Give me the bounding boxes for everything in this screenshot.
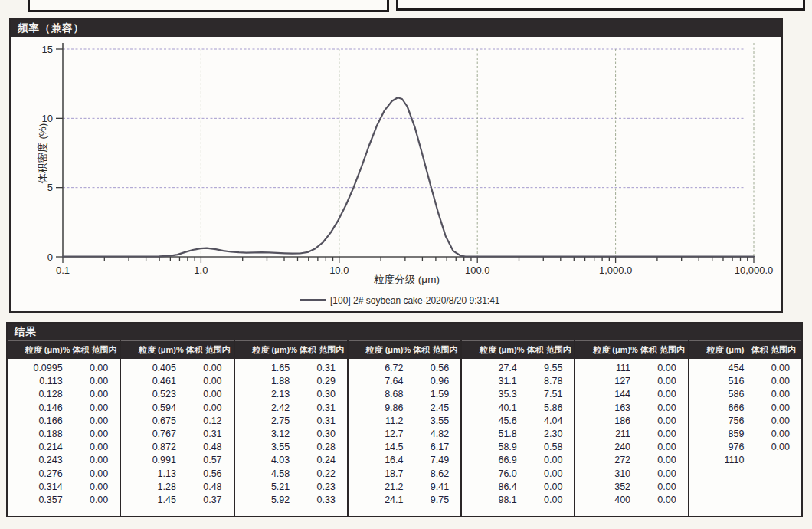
pct-value: 0.00 xyxy=(67,494,120,507)
size-value: 1.45 xyxy=(121,494,181,507)
size-column-header: 粒度 (μm) xyxy=(689,344,745,356)
table-row: 1.130.56 xyxy=(121,468,233,481)
pct-value: 0.00 xyxy=(67,388,120,401)
top-right-cropped-box xyxy=(396,0,805,11)
result-group-body: 0.09950.000.1130.000.1280.000.1460.000.1… xyxy=(8,359,120,516)
size-value: 6.72 xyxy=(349,362,408,375)
size-value: 1.13 xyxy=(121,468,181,481)
size-value: 2.13 xyxy=(235,388,295,401)
pct-value: 0.00 xyxy=(67,428,120,441)
size-column-header: 粒度 (μm) xyxy=(349,344,404,356)
table-row: 98.10.00 xyxy=(462,494,574,507)
table-row: 0.7670.31 xyxy=(121,428,233,441)
table-row: 0.3570.00 xyxy=(8,494,120,507)
result-group-header: 粒度 (μm)% 体积 范围内 xyxy=(235,340,347,359)
pct-value: 0.33 xyxy=(294,494,347,507)
pct-value: 0.00 xyxy=(748,441,801,454)
x-tick-label: 10.0 xyxy=(329,264,349,276)
table-row: 16.47.49 xyxy=(349,454,460,467)
pct-value: 4.04 xyxy=(522,415,575,428)
frequency-curve xyxy=(63,97,754,256)
table-row: 0.1460.00 xyxy=(8,402,120,415)
size-value: 272 xyxy=(575,454,635,467)
size-value: 12.7 xyxy=(349,428,408,441)
pct-value: 0.00 xyxy=(635,481,688,494)
size-value: 0.128 xyxy=(8,388,67,401)
pct-value: 0.30 xyxy=(294,428,347,441)
table-row: 3520.00 xyxy=(575,481,687,494)
pct-column-header: % 体积 范围内 xyxy=(517,344,577,356)
table-row: 1630.00 xyxy=(575,402,687,415)
result-group-body: 1.650.311.880.292.130.302.420.312.750.31… xyxy=(235,359,347,516)
size-value: 211 xyxy=(575,428,635,441)
x-tick-label: 10,000.0 xyxy=(735,264,774,276)
size-value: 2.42 xyxy=(235,402,295,415)
table-row: 4.030.24 xyxy=(235,454,347,467)
size-value: 8.68 xyxy=(349,388,408,401)
pct-value: 0.00 xyxy=(67,481,120,494)
size-value: 0.405 xyxy=(121,362,181,375)
size-value: 21.2 xyxy=(349,481,408,494)
size-value: 0.166 xyxy=(8,415,67,428)
result-group-header: 粒度 (μm)% 体积 范围内 xyxy=(575,340,687,359)
result-group-header: 粒度 (μm)% 体积 范围内 xyxy=(8,340,120,359)
table-row: 4000.00 xyxy=(575,494,687,507)
size-value: 5.92 xyxy=(235,494,295,507)
results-panel: 结果 粒度 (μm)% 体积 范围内0.09950.000.1130.000.1… xyxy=(6,322,803,518)
table-row: 1.280.48 xyxy=(121,481,233,494)
size-value: 51.8 xyxy=(462,428,522,441)
size-value: 127 xyxy=(575,375,635,388)
size-column-header: 粒度 (μm) xyxy=(575,344,630,356)
size-value: 11.2 xyxy=(349,415,408,428)
size-column-header: 粒度 (μm) xyxy=(462,344,517,356)
size-value: 14.5 xyxy=(349,441,408,454)
table-row: 0.4610.00 xyxy=(121,375,233,388)
size-value: 4.03 xyxy=(235,454,295,467)
pct-value: 0.00 xyxy=(67,454,120,467)
result-group: 粒度 (μm)体积 范围内4540.005160.005860.006660.0… xyxy=(688,340,801,516)
size-value: 4.58 xyxy=(235,468,295,481)
size-value: 1.28 xyxy=(121,481,181,494)
size-value: 352 xyxy=(575,481,635,494)
table-row: 0.8720.48 xyxy=(121,441,233,454)
size-value: 0.594 xyxy=(121,402,181,415)
result-group-header: 粒度 (μm)% 体积 范围内 xyxy=(349,340,460,359)
table-row: 8.681.59 xyxy=(349,388,460,401)
pct-value: 0.00 xyxy=(67,468,120,481)
size-value: 0.991 xyxy=(121,454,181,467)
table-row: 7.640.96 xyxy=(349,375,460,388)
table-row: 2.750.31 xyxy=(235,415,347,428)
pct-column-header: % 体积 范围内 xyxy=(63,344,123,356)
pct-value: 0.00 xyxy=(181,362,234,375)
pct-column-header: % 体积 范围内 xyxy=(290,344,349,356)
pct-value: 0.00 xyxy=(635,362,688,375)
pct-value: 1.59 xyxy=(408,388,461,401)
pct-value: 8.78 xyxy=(522,375,575,388)
size-column-header: 粒度 (μm) xyxy=(8,344,63,356)
result-group-header: 粒度 (μm)体积 范围内 xyxy=(689,340,801,359)
table-row: 0.3140.00 xyxy=(8,481,120,494)
table-row: 51.82.30 xyxy=(462,428,574,441)
pct-value: 0.56 xyxy=(408,362,461,375)
table-row: 6660.00 xyxy=(689,402,801,415)
x-tick-label: 1,000.0 xyxy=(599,264,632,276)
size-value: 0.0995 xyxy=(8,362,67,375)
table-row: 0.1130.00 xyxy=(8,375,120,388)
table-row: 2720.00 xyxy=(575,454,687,467)
size-value: 1.88 xyxy=(235,375,295,388)
size-value: 0.314 xyxy=(8,481,67,494)
pct-value: 0.48 xyxy=(181,441,234,454)
table-row: 7560.00 xyxy=(689,415,801,428)
table-row: 2.420.31 xyxy=(235,402,347,415)
size-value: 3.55 xyxy=(235,441,295,454)
frequency-chart-panel: 频率（兼容） 0.11.010.0100.01,000.010,000.0051… xyxy=(9,18,783,313)
size-value: 0.767 xyxy=(121,428,181,441)
pct-value: 0.00 xyxy=(635,494,688,507)
table-row: 0.1280.00 xyxy=(8,388,120,401)
size-value: 163 xyxy=(575,402,635,415)
size-value: 1.65 xyxy=(235,362,295,375)
pct-value: 2.45 xyxy=(408,402,461,415)
pct-value: 0.58 xyxy=(522,441,575,454)
pct-value: 0.00 xyxy=(67,402,120,415)
table-row: 4.580.22 xyxy=(235,468,347,481)
